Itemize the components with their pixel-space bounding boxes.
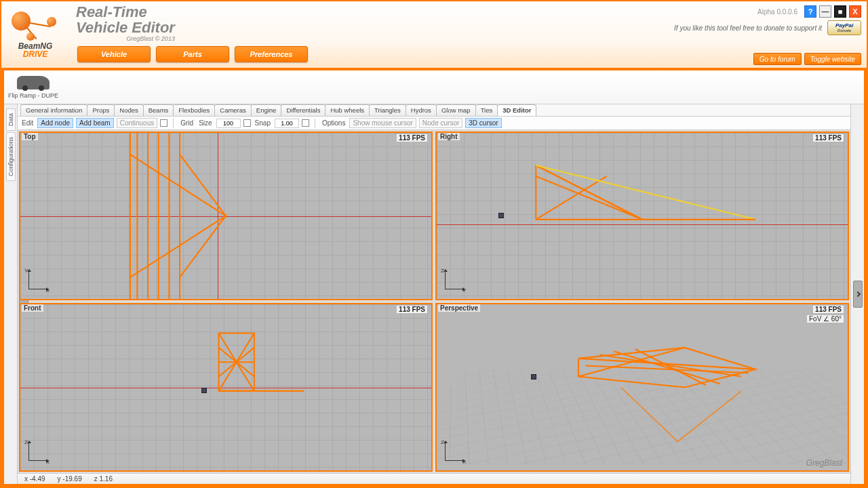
tab-differentials[interactable]: Differentials <box>281 104 326 116</box>
svg-line-20 <box>578 348 685 377</box>
tab-flexbodies[interactable]: Flexbodies <box>173 104 215 116</box>
tab-glowmap[interactable]: Glow map <box>436 104 476 116</box>
axis-indicator: Y Z <box>441 268 468 295</box>
go-to-forum-button[interactable]: Go to forum <box>753 53 802 65</box>
side-tab-data[interactable]: Data <box>6 108 16 131</box>
preferences-button[interactable]: Preferences <box>235 46 308 62</box>
paypal-donate-button[interactable]: PayPalDonate <box>827 20 861 35</box>
tabs-row: General information Props Nodes Beams Fl… <box>18 104 850 117</box>
tab-3d-editor[interactable]: 3D Editor <box>497 104 536 116</box>
show-mouse-button[interactable]: Show mouse cursor <box>349 118 416 128</box>
3d-cursor-button[interactable]: 3D cursor <box>465 118 501 128</box>
node-cursor-button[interactable]: Node cursor <box>419 118 462 128</box>
car-icon <box>17 76 50 89</box>
viewport-perspective[interactable]: Perspective 113 FPS FoV ∠ 60° X Z GregBl… <box>435 303 849 472</box>
options-label: Options <box>321 119 347 127</box>
side-tab-configurations[interactable]: Configurations <box>6 132 16 181</box>
logo-area: BeamNG DRIVE <box>1 1 69 68</box>
status-bar: x -4.49 y -19.69 z 1.16 <box>18 473 850 484</box>
title-bar: BeamNG DRIVE Real-Time Vehicle Editor Gr… <box>1 1 867 69</box>
minimize-button[interactable]: — <box>819 5 831 18</box>
right-side-panel <box>850 104 864 484</box>
vehicle-button[interactable]: Vehicle <box>77 46 151 62</box>
viewport-front-label: Front <box>22 304 43 312</box>
grid-size-input[interactable] <box>216 119 241 128</box>
tab-nodes[interactable]: Nodes <box>114 104 143 116</box>
version-label: Alpha 0.0.0.6 <box>757 8 797 16</box>
snap-checkbox[interactable] <box>302 119 309 127</box>
viewport-top-fps: 113 FPS <box>397 134 427 142</box>
edit-checkbox[interactable] <box>160 119 167 127</box>
panel-toggle-right[interactable] <box>853 281 863 308</box>
svg-line-24 <box>635 349 706 385</box>
close-button[interactable]: X <box>849 5 861 18</box>
add-beam-button[interactable]: Add beam <box>76 118 114 128</box>
viewport-right-label: Right <box>438 133 460 140</box>
axis-indicator: X Y <box>24 268 52 295</box>
viewport-top-label: Top <box>22 133 38 140</box>
help-button[interactable]: ? <box>804 5 816 18</box>
viewport-right[interactable]: Right 113 FPS Y Z <box>435 131 849 300</box>
snap-input[interactable] <box>275 119 299 128</box>
viewport-persp-fov: FoV ∠ 60° <box>807 315 844 323</box>
viewport-front-fps: 113 FPS <box>397 306 427 313</box>
edit-toolbar: Edit Add node Add beam Continuous Grid S… <box>18 117 850 130</box>
status-z: z 1.16 <box>94 475 113 483</box>
app-credit: GregBlast © 2013 <box>76 35 175 42</box>
axis-indicator: X Z <box>24 439 52 466</box>
tab-engine[interactable]: Engine <box>251 104 282 116</box>
axis-indicator: X Z <box>441 439 468 466</box>
tab-hydros[interactable]: Hydros <box>406 104 437 116</box>
snap-label: Snap <box>254 119 272 127</box>
vehicle-toolbar: Flip Ramp - DUPE <box>4 70 864 104</box>
size-label: Size <box>197 119 213 127</box>
app-title: Real-Time Vehicle Editor <box>76 4 175 35</box>
tab-props[interactable]: Props <box>87 104 115 116</box>
viewport-top[interactable]: Top 113 FPS X Y <box>19 131 433 300</box>
brand-text: BeamNG DRIVE <box>18 42 53 58</box>
svg-line-10 <box>536 165 755 220</box>
tab-hubwheels[interactable]: Hub wheels <box>325 104 370 116</box>
grid-label: Grid <box>179 119 195 127</box>
tab-ties[interactable]: Ties <box>475 104 498 116</box>
svg-line-6 <box>536 165 642 220</box>
continuous-button[interactable]: Continuous <box>117 118 158 128</box>
logo-icon <box>12 12 59 42</box>
viewport-front[interactable]: Front 113 FPS X Z <box>19 303 433 472</box>
tab-cameras[interactable]: Cameras <box>214 104 252 116</box>
tab-general[interactable]: General information <box>20 104 87 116</box>
maximize-button[interactable]: ■ <box>834 5 846 18</box>
status-x: x -4.49 <box>24 475 45 483</box>
grid-checkbox[interactable] <box>243 119 251 127</box>
add-node-button[interactable]: Add node <box>37 118 73 128</box>
vehicle-item[interactable]: Flip Ramp - DUPE <box>8 76 58 99</box>
svg-line-9 <box>536 176 642 220</box>
viewport-persp-fps: 113 FPS <box>813 306 844 313</box>
viewport-right-fps: 113 FPS <box>813 134 844 142</box>
donate-text: If you like this tool feel free to donat… <box>674 24 822 32</box>
left-side-tabs: Data Configurations <box>4 104 18 484</box>
toggle-website-button[interactable]: Toggle website <box>804 53 861 65</box>
tab-triangles[interactable]: Triangles <box>369 104 406 116</box>
viewport-persp-label: Perspective <box>438 304 480 312</box>
vehicle-item-label: Flip Ramp - DUPE <box>8 92 58 99</box>
watermark: GregBlast <box>806 458 842 468</box>
tab-beams[interactable]: Beams <box>143 104 174 116</box>
status-y: y -19.69 <box>58 475 82 483</box>
edit-label: Edit <box>20 119 35 127</box>
parts-button[interactable]: Parts <box>156 46 229 62</box>
